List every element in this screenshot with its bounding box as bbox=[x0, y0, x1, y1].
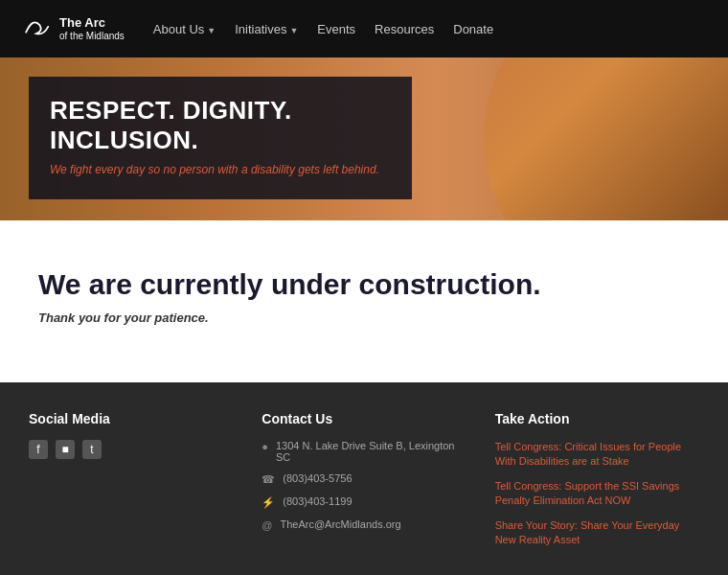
action-link-3[interactable]: Share Your Story: Share Your Everyday Ne… bbox=[495, 518, 699, 548]
hero-section: RESPECT. DIGNITY. INCLUSION. We fight ev… bbox=[0, 58, 728, 220]
dropdown-arrow: ▼ bbox=[289, 26, 298, 35]
construction-heading: We are currently under construction. bbox=[38, 268, 690, 301]
nav-item-about[interactable]: About Us▼ bbox=[153, 20, 216, 37]
nav-item-resources[interactable]: Resources bbox=[375, 20, 434, 37]
location-icon: ● bbox=[262, 441, 268, 452]
construction-section: We are currently under construction. Tha… bbox=[0, 220, 728, 382]
footer-social-col: Social Media f ■ t bbox=[29, 411, 233, 557]
nav-links: About Us▼ Initiatives▼ Events Resources … bbox=[153, 20, 493, 37]
hero-overlay: RESPECT. DIGNITY. INCLUSION. We fight ev… bbox=[29, 77, 412, 199]
logo-icon bbox=[19, 12, 54, 46]
contact-phone: ☎ (803)403-5756 bbox=[262, 472, 466, 486]
nav-item-donate[interactable]: Donate bbox=[453, 20, 493, 37]
footer: Social Media f ■ t Contact Us ● 1304 N. … bbox=[0, 382, 728, 575]
action-link-2[interactable]: Tell Congress: Support the SSI Savings P… bbox=[495, 479, 699, 509]
fax-icon: ⚡ bbox=[262, 496, 275, 509]
construction-subtext: Thank you for your patience. bbox=[38, 310, 690, 325]
action-link-1[interactable]: Tell Congress: Critical Issues for Peopl… bbox=[495, 440, 699, 470]
facebook-icon[interactable]: f bbox=[29, 440, 48, 459]
logo[interactable]: The Arc of the Midlands bbox=[19, 12, 125, 46]
nav-item-initiatives[interactable]: Initiatives▼ bbox=[235, 20, 298, 37]
contact-address: ● 1304 N. Lake Drive Suite B, Lexington … bbox=[262, 440, 466, 463]
social-icons: f ■ t bbox=[29, 440, 233, 459]
instagram-icon[interactable]: ■ bbox=[56, 440, 75, 459]
action-heading: Take Action bbox=[495, 411, 699, 426]
dropdown-arrow: ▼ bbox=[207, 26, 216, 35]
phone-icon: ☎ bbox=[262, 473, 275, 486]
nav-item-events[interactable]: Events bbox=[317, 20, 355, 37]
logo-text: The Arc of the Midlands bbox=[59, 15, 125, 42]
email-icon: @ bbox=[262, 519, 272, 531]
contact-fax: ⚡ (803)403-1199 bbox=[262, 495, 466, 509]
twitter-icon[interactable]: t bbox=[82, 440, 102, 459]
contact-heading: Contact Us bbox=[262, 411, 466, 426]
contact-email[interactable]: @ TheArc@ArcMidlands.org bbox=[262, 518, 466, 531]
hero-subtitle: We fight every day so no person with a d… bbox=[50, 163, 383, 176]
footer-contact-col: Contact Us ● 1304 N. Lake Drive Suite B,… bbox=[262, 411, 466, 557]
hero-title: RESPECT. DIGNITY. INCLUSION. bbox=[50, 96, 383, 155]
navigation: The Arc of the Midlands About Us▼ Initia… bbox=[0, 0, 728, 58]
footer-action-col: Take Action Tell Congress: Critical Issu… bbox=[495, 411, 699, 557]
social-heading: Social Media bbox=[29, 411, 233, 426]
